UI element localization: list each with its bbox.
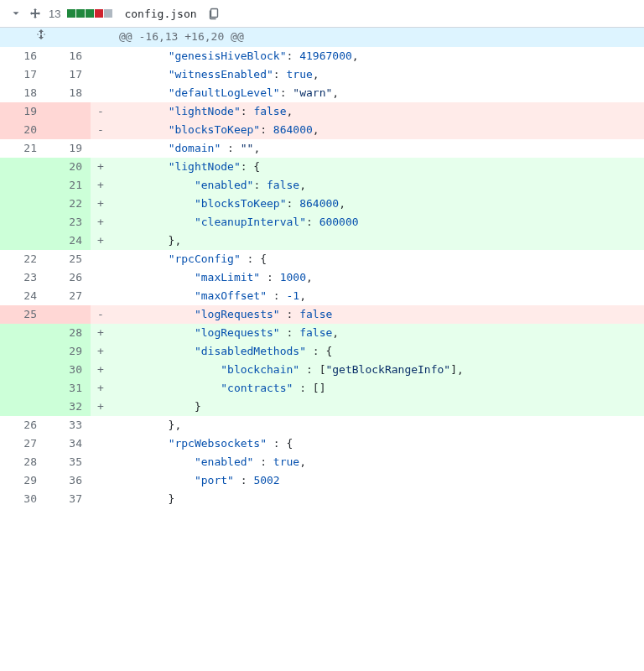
code-content: "lightNode": false,	[111, 102, 644, 121]
diff-line: 20+ "lightNode": {	[0, 158, 644, 176]
old-line-number[interactable]: 28	[0, 453, 45, 471]
new-line-number[interactable]: 28	[45, 324, 91, 342]
new-line-number[interactable]: 36	[45, 471, 91, 490]
new-line-number[interactable]: 30	[45, 361, 91, 379]
new-line-number[interactable]	[45, 102, 91, 121]
old-line-number[interactable]: 16	[0, 47, 45, 65]
code-content: }	[111, 490, 644, 508]
diff-line: 19- "lightNode": false,	[0, 102, 644, 121]
diff-marker: +	[91, 176, 111, 195]
code-content: },	[111, 231, 644, 250]
old-line-number[interactable]	[0, 231, 45, 250]
old-line-number[interactable]: 18	[0, 84, 45, 102]
old-line-number[interactable]	[0, 342, 45, 361]
old-line-number[interactable]: 24	[0, 287, 45, 305]
new-line-number[interactable]: 18	[45, 84, 91, 102]
diff-line: 21+ "enabled": false,	[0, 176, 644, 195]
diff-line: 32+ }	[0, 398, 644, 416]
new-line-number[interactable]: 31	[45, 379, 91, 398]
copy-icon	[207, 7, 221, 20]
new-line-number[interactable]: 32	[45, 398, 91, 416]
svg-point-0	[37, 34, 39, 35]
diffstat-square	[76, 9, 85, 18]
new-line-number[interactable]: 34	[45, 434, 91, 453]
old-line-number[interactable]: 22	[0, 250, 45, 268]
diff-marker	[91, 453, 111, 471]
new-line-number[interactable]: 33	[45, 416, 91, 434]
code-content: "defaultLogLevel": "warn",	[111, 84, 644, 102]
diff-line: 2326 "maxLimit" : 1000,	[0, 268, 644, 287]
expand-all-button[interactable]	[29, 7, 42, 20]
diff-line: 31+ "contracts" : []	[0, 379, 644, 398]
new-line-number[interactable]: 22	[45, 195, 91, 213]
diff-marker	[91, 287, 111, 305]
diff-marker: +	[91, 398, 111, 416]
new-line-number[interactable]: 37	[45, 490, 91, 508]
diff-marker: -	[91, 305, 111, 324]
old-line-number[interactable]	[0, 379, 45, 398]
diff-marker	[91, 65, 111, 84]
filename[interactable]: config.json	[124, 8, 196, 20]
diff-line: 2119 "domain" : "",	[0, 139, 644, 158]
code-content: "rpcWebsockets" : {	[111, 434, 644, 453]
old-line-number[interactable]	[0, 398, 45, 416]
svg-point-2	[44, 34, 45, 35]
new-line-number[interactable]: 19	[45, 139, 91, 158]
expand-hunk-button[interactable]	[0, 28, 91, 47]
old-line-number[interactable]: 25	[0, 305, 45, 324]
diffstat-square	[95, 9, 103, 18]
diff-marker: +	[91, 231, 111, 250]
diff-line: 28+ "logRequests" : false,	[0, 324, 644, 342]
code-content: "blockchain" : ["getBlockRangeInfo"],	[111, 361, 644, 379]
diff-line: 3037 }	[0, 490, 644, 508]
new-line-number[interactable]: 26	[45, 268, 91, 287]
old-line-number[interactable]: 26	[0, 416, 45, 434]
code-content: "genesisHiveBlock": 41967000,	[111, 47, 644, 65]
code-content: "cleanupInterval": 600000	[111, 213, 644, 231]
new-line-number[interactable]: 25	[45, 250, 91, 268]
code-content: "contracts" : []	[111, 379, 644, 398]
diff-line: 25- "logRequests" : false	[0, 305, 644, 324]
expand-arrows-icon	[29, 7, 42, 20]
new-line-number[interactable]: 35	[45, 453, 91, 471]
old-line-number[interactable]	[0, 324, 45, 342]
diff-line: 1818 "defaultLogLevel": "warn",	[0, 84, 644, 102]
new-line-number[interactable]: 20	[45, 158, 91, 176]
diff-line: 23+ "cleanupInterval": 600000	[0, 213, 644, 231]
old-line-number[interactable]	[0, 176, 45, 195]
diff-line: 22+ "blocksToKeep": 864000,	[0, 195, 644, 213]
old-line-number[interactable]: 20	[0, 121, 45, 139]
old-line-number[interactable]: 23	[0, 268, 45, 287]
new-line-number[interactable]: 21	[45, 176, 91, 195]
new-line-number[interactable]: 29	[45, 342, 91, 361]
old-line-number[interactable]	[0, 361, 45, 379]
old-line-number[interactable]: 27	[0, 434, 45, 453]
old-line-number[interactable]: 30	[0, 490, 45, 508]
new-line-number[interactable]	[45, 305, 91, 324]
code-content: "blocksToKeep": 864000,	[111, 121, 644, 139]
unfold-icon	[34, 28, 48, 47]
hunk-label: @@ -16,13 +16,20 @@	[111, 28, 644, 47]
new-line-number[interactable]: 16	[45, 47, 91, 65]
collapse-toggle[interactable]	[10, 8, 22, 19]
old-line-number[interactable]	[0, 213, 45, 231]
old-line-number[interactable]: 17	[0, 65, 45, 84]
diff-marker: +	[91, 342, 111, 361]
new-line-number[interactable]	[45, 121, 91, 139]
diff-marker: +	[91, 195, 111, 213]
new-line-number[interactable]: 17	[45, 65, 91, 84]
code-content: "witnessEnabled": true,	[111, 65, 644, 84]
old-line-number[interactable]: 21	[0, 139, 45, 158]
new-line-number[interactable]: 24	[45, 231, 91, 250]
diff-marker: +	[91, 324, 111, 342]
diff-line: 20- "blocksToKeep": 864000,	[0, 121, 644, 139]
new-line-number[interactable]: 23	[45, 213, 91, 231]
old-line-number[interactable]	[0, 158, 45, 176]
copy-path-button[interactable]	[207, 7, 221, 20]
diff-line: 2835 "enabled" : true,	[0, 453, 644, 471]
old-line-number[interactable]: 29	[0, 471, 45, 490]
code-content: "maxLimit" : 1000,	[111, 268, 644, 287]
new-line-number[interactable]: 27	[45, 287, 91, 305]
old-line-number[interactable]	[0, 195, 45, 213]
old-line-number[interactable]: 19	[0, 102, 45, 121]
